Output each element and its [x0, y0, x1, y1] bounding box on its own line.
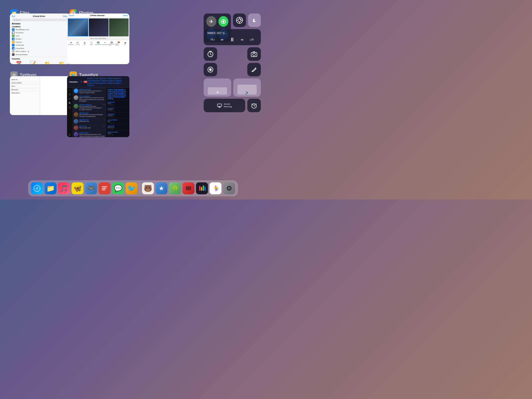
photos-action-print[interactable]: 🖨 Print	[81, 42, 88, 45]
photos-action-clipper[interactable]: ✂ Copied Clipper	[102, 42, 108, 45]
activity-item-7[interactable]: @romiem followed you. 27 hours ago	[106, 136, 129, 137]
tweet-item-7[interactable]: @nomcarless Really nice @Gamesutra piece…	[73, 131, 106, 137]
tweetbot-timeline-tab[interactable]: Timeline	[69, 81, 77, 83]
folder-desktop[interactable]: 📁 Desktop 3 items	[41, 61, 54, 64]
dock-mindnode[interactable]: 🍀	[169, 182, 181, 194]
photos-action-workflow[interactable]: ⚙ Run Workflow	[68, 42, 74, 45]
tweetbot-compose-btn[interactable]: ✏	[77, 81, 79, 83]
activity-item-6[interactable]: @philippyoungg replied: 17 hours ago	[106, 130, 129, 136]
activity-item-1[interactable]: @adamsaki replied: 4 minutes ago	[106, 101, 129, 107]
cc-skip-fwd-btn[interactable]: 15↻	[250, 38, 254, 41]
files-loc-devonthink[interactable]: D DEVONthink To Go	[12, 28, 68, 31]
tweet-item-3[interactable]: @RespectableLaw 201 Like a jpeg that has…	[73, 103, 106, 112]
dock-messages[interactable]: 💬	[112, 182, 124, 194]
dock-paletter[interactable]	[196, 182, 208, 194]
tweetbot-columns-btn[interactable]: ⊞	[81, 81, 82, 83]
tweetbot-home-icon[interactable]: ⌂	[69, 89, 70, 91]
activity-item-4[interactable]: @benj07018555 liked: 52 minutes ago	[106, 118, 129, 124]
photos-action-save-copied[interactable]: 💾 Save to Copied	[95, 42, 101, 45]
tweet-item-5[interactable]: @justinseeley @AHympris Yep. 2m	[73, 118, 106, 125]
folder-documents[interactable]: 📁 Documents 3 items	[55, 61, 68, 64]
files-search-bar[interactable]: 🔍 Search	[12, 18, 68, 21]
dock-files[interactable]: 📁	[45, 182, 57, 194]
svg-rect-12	[201, 187, 202, 191]
dock-reeder[interactable]: ★	[156, 182, 168, 194]
tweetbot-dm-icon[interactable]: ✉	[69, 98, 71, 100]
cc-night-shift-btn[interactable]	[248, 14, 261, 27]
settings-item-3[interactable]: Wi-Fi	[11, 85, 38, 88]
files-loc-documents[interactable]: 📄 Documents	[12, 31, 68, 34]
dock-tes[interactable]: 🦋	[72, 182, 84, 194]
activity-item-5[interactable]: @dlominan followed you. 10 hours ago	[106, 124, 129, 130]
photos-action-pricetag[interactable]: 🏷 Price Tag	[75, 42, 81, 45]
tweetbot-settings-icon[interactable]: ⚙	[69, 134, 71, 136]
cc-alarm-btn[interactable]	[247, 99, 261, 112]
files-loc-transmit[interactable]: ⬆ Transmit	[12, 41, 68, 44]
cc-screen-mirror-btn[interactable]: ScreenMirroring	[204, 99, 245, 112]
files-edit-btn[interactable]: Edit	[12, 15, 15, 17]
folder-airmail[interactable]: 📅 Airmail 3 items	[12, 61, 25, 64]
cc-record-btn[interactable]	[204, 63, 217, 76]
cc-airplane-mode-btn[interactable]: ✈	[206, 16, 216, 27]
tweetbot-search-icon[interactable]: 🔍	[69, 102, 71, 104]
cc-timer-btn[interactable]	[204, 47, 217, 61]
dock-photos[interactable]	[210, 182, 222, 194]
dock-settings[interactable]: ⚙	[223, 182, 235, 194]
files-loc-icloud[interactable]: ☁ iCloud Drive	[12, 47, 68, 50]
photos-share-btn[interactable]: Share	[120, 15, 128, 16]
files-loc-recently-deleted[interactable]: 🗑 Recently Deleted	[12, 53, 68, 56]
cc-volume-slider[interactable]: 🔊	[233, 78, 261, 97]
svg-rect-11	[199, 186, 201, 191]
tweet-item-1[interactable]: f @flebbsemiliman Really really excellen…	[73, 88, 106, 95]
files-loc-drive[interactable]: △ Drive	[12, 34, 68, 37]
settings-item-2[interactable]: Airplane Mode	[11, 81, 38, 85]
tweet-item-4[interactable]: @MrsEuocha Jadi, dia adalah hasil dari p…	[73, 111, 106, 118]
files-app-card[interactable]: Edit iCloud Drive Select 🔍 Search Browse…	[10, 14, 70, 64]
photos-app-card[interactable]: Cancel 1 Photo Selected Share Tap to sha…	[67, 14, 129, 64]
cc-play-pause-btn[interactable]: ⏸	[230, 37, 235, 43]
dock-spark[interactable]: ✉	[183, 182, 195, 194]
tweetbot-lists-icon[interactable]: ☰	[69, 107, 71, 109]
cc-playback-controls: ↺15 ⏮ ⏸ ⏭ 15↻	[207, 37, 257, 43]
photos-action-copy[interactable]: 📋 Copy	[88, 42, 95, 45]
settings-app-card[interactable]: Apple ID Airplane Mode Wi-Fi Bluetooth N…	[10, 76, 70, 115]
dock-tweetbot[interactable]: 🐦	[126, 182, 138, 194]
dock-musicbox[interactable]: 🎮	[85, 182, 97, 194]
cc-brightness-slider[interactable]: ☀	[204, 78, 231, 97]
folder-byword[interactable]: 📝 Byword 1 item	[26, 61, 39, 64]
photos-action-more[interactable]: ▶ Use...	[122, 42, 129, 45]
more-icon2: ▶	[125, 42, 126, 44]
dock-todoist[interactable]	[99, 182, 111, 194]
photos-cancel-btn[interactable]: Cancel	[69, 15, 74, 16]
cc-fast-forward-btn[interactable]: ⏭	[241, 38, 244, 41]
activity-item-2[interactable]: @yastyuat retweeted: 37 minutes ago	[106, 107, 129, 112]
files-loc-more[interactable]: ••• More Locations ●	[12, 50, 68, 53]
tweet-item-6[interactable]: @avychatz This is a great read! 11m	[73, 125, 106, 131]
activity-item-3[interactable]: @NilaraeLS retweeted: 40 minutes ago	[106, 112, 129, 118]
tweetbot-mentions-icon[interactable]: @	[69, 93, 71, 96]
dock-safari[interactable]	[31, 182, 43, 194]
photo-thumb-1[interactable]	[68, 18, 88, 36]
dock-bear[interactable]: 🐻	[142, 182, 154, 194]
cc-skip-back-btn[interactable]: ↺15	[210, 38, 215, 41]
photo-thumb-2[interactable]	[89, 18, 108, 36]
cc-cellular-btn[interactable]	[218, 16, 229, 27]
cc-rewind-btn[interactable]: ⏮	[221, 38, 223, 41]
settings-item-1[interactable]: Apple ID	[11, 78, 38, 81]
cc-now-playing-title: WWDC 2017 K...	[207, 32, 257, 35]
photos-action-dropbox[interactable]: 📦 Save to Dropbox	[116, 41, 122, 46]
cc-edit-btn[interactable]	[247, 63, 261, 76]
files-loc-dropbox[interactable]: ◆ Dropbox	[12, 37, 68, 41]
dock-music[interactable]: 🎵	[58, 182, 70, 194]
tweetbot-activity-tab[interactable]: [object Object],[object Object],[object …	[87, 77, 127, 87]
photos-action-automator[interactable]: 🤖 Run Automator Script	[109, 41, 115, 46]
settings-item-4[interactable]: Bluetooth	[11, 88, 38, 91]
tweetbot-app-card[interactable]: Timeline ✏ ⊞ 77 [object Object],[object …	[67, 76, 129, 137]
tweet-item-2[interactable]: @alexamadrigal Apple's FY2015 has to be …	[73, 95, 106, 103]
photo-thumb-3[interactable]	[109, 18, 129, 36]
cc-screen-lock-btn[interactable]	[233, 14, 246, 27]
cc-camera-btn[interactable]	[247, 47, 261, 61]
documents-icon: 📄	[12, 31, 15, 34]
files-loc-onipad[interactable]: □ On My iPad	[12, 44, 68, 47]
settings-item-5[interactable]: Notifications	[11, 91, 38, 95]
